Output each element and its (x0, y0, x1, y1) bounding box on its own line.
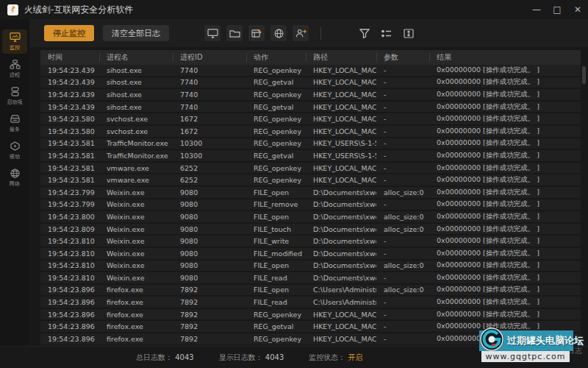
clear-logs-button[interactable]: 清空全部日志 (103, 25, 169, 41)
cell-params: - (376, 163, 429, 174)
table-row[interactable]: 19:54:23.810Weixin.exe9080FILE_writeD:\D… (40, 236, 581, 248)
sidebar-item-label: 服务 (10, 126, 20, 133)
cell-pid: 7740 (173, 89, 246, 100)
table-row[interactable]: 19:54:23.580svchost.exe1672REG_openkeyHK… (40, 126, 581, 138)
cell-process: svchost.exe (99, 113, 173, 124)
column-header-action[interactable]: 动作 (246, 50, 306, 65)
cell-time: 19:54:23.800 (40, 211, 99, 222)
table-row[interactable]: 19:54:23.800Weixin.exe9080FILE_openD:\Do… (40, 211, 581, 224)
minimize-button[interactable]: — (526, 0, 547, 19)
table-row[interactable]: 19:54:23.439sihost.exe7740REG_getvalHKEY… (40, 102, 581, 114)
monitor-status-value: 开启 (348, 353, 362, 361)
table-row[interactable]: 19:54:23.810Weixin.exe9080FILE_readD:\Do… (40, 272, 581, 285)
sidebar-item-monitor[interactable]: 监控 (2, 29, 27, 54)
filter-icon[interactable] (356, 25, 373, 41)
cell-action: FILE_remove (246, 199, 306, 210)
table-row[interactable]: 19:54:23.896firefox.exe7892REG_openkeyHK… (40, 309, 581, 322)
column-header-params[interactable]: 参数 (376, 50, 429, 65)
sidebar-item-driver[interactable]: 驱动 (2, 138, 27, 163)
maximize-button[interactable]: □ (547, 0, 567, 19)
cell-result: 0x00000000 [操作成功完成。 ] (429, 272, 581, 283)
cell-path: HKEY_LOCAL_MACHINE\S... (306, 126, 376, 137)
cell-time: 19:54:23.810 (40, 272, 99, 283)
process-icon (10, 60, 21, 69)
table-row[interactable]: 19:54:23.439sihost.exe7740REG_openkeyHKE… (40, 65, 581, 77)
column-header-result[interactable]: 结果 (429, 50, 581, 65)
screen-monitor-icon[interactable] (204, 25, 220, 41)
cell-pid: 7740 (173, 102, 246, 113)
cell-action: REG_openkey (246, 126, 306, 137)
cell-time: 19:54:23.581 (40, 150, 99, 161)
cell-params: - (376, 248, 429, 259)
cell-time: 19:54:23.896 (40, 333, 99, 344)
cell-process: Weixin.exe (99, 272, 173, 283)
cell-path: C:\Users\Administrator\A... (306, 297, 376, 308)
column-header-pid[interactable]: 进程ID (173, 50, 246, 65)
table-row[interactable]: 19:54:23.581TrafficMonitor.exe10300REG_g… (40, 150, 581, 163)
cell-result: 0x00000000 [操作成功完成。 ] (429, 211, 581, 222)
cell-pid: 6252 (173, 163, 246, 174)
table-row[interactable]: 19:54:23.810Weixin.exe9080FILE_modifiedD… (40, 248, 581, 261)
watermark-banner: 过期罐头电脑论坛 www.gqgtpc.com (479, 327, 573, 362)
folder-icon[interactable] (226, 25, 243, 41)
cell-time: 19:54:23.810 (40, 248, 99, 259)
cell-process: Weixin.exe (99, 224, 173, 235)
sidebar-item-startup[interactable]: 启动项 (2, 84, 27, 108)
cell-params: alloc_size:0 (376, 285, 429, 296)
cell-process: Weixin.exe (99, 187, 173, 198)
cell-path: D:\Documents\xwechat_fil... (306, 224, 376, 235)
cell-pid: 7892 (173, 309, 246, 320)
cell-result: 0x00000000 [操作成功完成。 ] (429, 150, 581, 161)
cell-result: 0x00000000 [操作成功完成。 ] (429, 102, 581, 113)
globe-icon[interactable] (270, 25, 287, 41)
table-row[interactable]: 19:54:23.580svchost.exe1672REG_openkeyHK… (40, 113, 581, 126)
stop-monitor-button[interactable]: 停止监控 (44, 25, 94, 41)
table-row[interactable]: 19:54:23.799Weixin.exe9080FILE_openD:\Do… (40, 187, 581, 199)
cell-result: 0x00000000 [操作成功完成。 ] (429, 89, 581, 100)
detail-icon[interactable] (401, 25, 417, 41)
cell-params: - (376, 309, 429, 320)
close-button[interactable]: ✕ (567, 0, 588, 19)
table-row[interactable]: 19:54:23.439sihost.exe7740REG_openkeyHKE… (40, 89, 581, 102)
cell-result: 0x00000000 [操作成功完成。 ] (429, 138, 581, 149)
cell-pid: 1672 (173, 113, 246, 124)
table-row[interactable]: 19:54:23.896firefox.exe7892FILE_openC:\U… (40, 285, 581, 297)
table-row[interactable]: 19:54:23.581vmware.exe6252REG_openkeyHKE… (40, 163, 581, 175)
sidebar-item-service[interactable]: 服务 (2, 111, 27, 135)
column-header-process[interactable]: 进程名 (99, 50, 173, 65)
cell-params: - (376, 333, 429, 344)
cell-path: HKEY_LOCAL_MACHINE\S... (306, 77, 376, 88)
table-row[interactable]: 19:54:23.581TrafficMonitor.exe10300REG_o… (40, 138, 581, 151)
vertical-scrollbar[interactable] (582, 66, 586, 344)
cell-action: FILE_open (246, 261, 306, 272)
table-row[interactable]: 19:54:23.896firefox.exe7892FILE_readC:\U… (40, 297, 581, 309)
service-icon (10, 114, 21, 124)
table-row[interactable]: 19:54:23.439sihost.exe7740REG_getvalHKEY… (40, 77, 581, 90)
sidebar-item-network[interactable]: 网络 (2, 166, 27, 190)
network-icon (10, 169, 21, 178)
cell-time: 19:54:23.581 (40, 174, 99, 185)
cell-process: vmware.exe (99, 174, 173, 185)
registry-edit-icon[interactable] (248, 25, 265, 41)
cell-pid: 9080 (173, 211, 246, 222)
table-row[interactable]: 19:54:23.581vmware.exe6252REG_openkeyHKE… (40, 174, 581, 187)
cell-time: 19:54:23.439 (40, 77, 99, 88)
cell-time: 19:54:23.896 (40, 321, 99, 332)
process-action-icon[interactable] (293, 25, 309, 41)
cell-process: vmware.exe (99, 163, 173, 174)
columns-icon[interactable] (379, 25, 395, 41)
cell-params: - (376, 150, 429, 161)
column-header-time[interactable]: 时间 (40, 50, 99, 65)
sidebar-item-process[interactable]: 进程 (2, 57, 27, 81)
table-row[interactable]: 19:54:23.809Weixin.exe9080FILE_touchD:\D… (40, 224, 581, 236)
scrollbar-thumb[interactable] (582, 66, 586, 84)
table-row[interactable]: 19:54:23.799Weixin.exe9080FILE_removeD:\… (40, 199, 581, 212)
app-logo-icon (7, 4, 18, 15)
column-header-path[interactable]: 路径 (306, 50, 376, 65)
cell-params: - (376, 102, 429, 113)
cell-params: - (376, 174, 429, 185)
cell-path: HKEY_LOCAL_MACHINE\S... (306, 102, 376, 113)
cell-pid: 7740 (173, 77, 246, 88)
cell-pid: 9080 (173, 224, 246, 235)
table-row[interactable]: 19:54:23.810Weixin.exe9080FILE_openD:\Do… (40, 261, 581, 273)
